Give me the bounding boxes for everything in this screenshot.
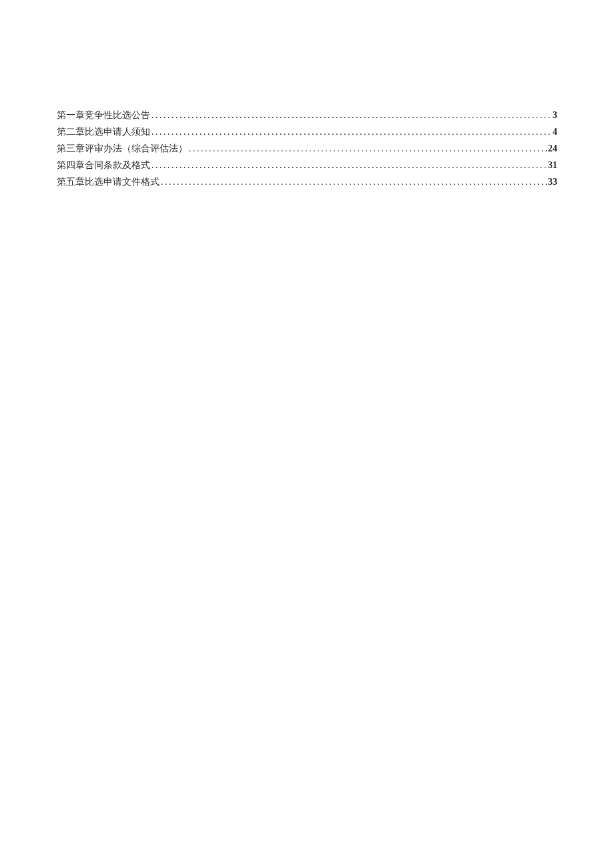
toc-leader-dots (150, 107, 553, 123)
toc-entry: 第二章比选申请人须知 4 (57, 123, 557, 140)
toc-entry: 第三章评审办法（综合评估法） 24 (57, 140, 557, 157)
toc-entry-page: 31 (548, 157, 557, 173)
toc-leader-dots (150, 123, 553, 140)
toc-entry-page: 24 (548, 140, 557, 157)
toc-entry: 第四章合同条款及格式 31 (57, 157, 557, 173)
toc-leader-dots (188, 140, 548, 157)
document-page: 第一章竞争性比选公告 3 第二章比选申请人须知 4 第三章评审办法（综合评估法）… (0, 0, 614, 190)
toc-entry-title: 第四章合同条款及格式 (57, 157, 150, 173)
toc-entry-title: 第一章竞争性比选公告 (57, 107, 150, 123)
toc-entry: 第五章比选申请文件格式 33 (57, 173, 557, 190)
toc-leader-dots (160, 173, 548, 190)
toc-entry-title: 第五章比选申请文件格式 (57, 173, 160, 190)
toc-entry-title: 第三章评审办法（综合评估法） (57, 140, 188, 157)
table-of-contents: 第一章竞争性比选公告 3 第二章比选申请人须知 4 第三章评审办法（综合评估法）… (57, 107, 557, 190)
toc-entry-title: 第二章比选申请人须知 (57, 123, 150, 140)
toc-entry-page: 4 (553, 123, 557, 140)
toc-entry-page: 33 (548, 173, 557, 190)
toc-entry-page: 3 (553, 107, 557, 123)
toc-leader-dots (150, 157, 548, 173)
toc-entry: 第一章竞争性比选公告 3 (57, 107, 557, 123)
